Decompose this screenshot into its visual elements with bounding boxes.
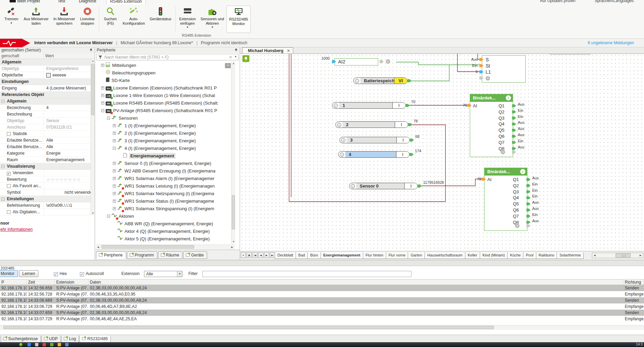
add-connector-icon[interactable]: + xyxy=(486,76,490,81)
tree-filter-input[interactable]: Nach Namen filtern mit (STRG + F) ⊗ ▼ xyxy=(96,54,239,60)
expander-icon[interactable]: − xyxy=(1,165,4,168)
page-tab-b-ro[interactable]: Büro xyxy=(307,252,321,259)
filter-clear-icon[interactable]: ⊗ xyxy=(229,55,232,59)
checkbox[interactable]: ✓ xyxy=(54,272,58,276)
expander-icon[interactable]: − xyxy=(1,198,4,201)
info-icon[interactable]: i xyxy=(338,152,345,157)
tree-item[interactable]: +1 (I) (Energiemanagement, Energie) xyxy=(95,122,235,129)
monitor-row[interactable]: 92.168.178.10...14:32:56.658S:PV-Anlage … xyxy=(0,285,644,291)
page-nav-button[interactable]: ▾ xyxy=(241,252,246,258)
property-value[interactable]: Sensor xyxy=(44,118,95,124)
checkbox[interactable]: ✓ xyxy=(7,172,11,176)
page-tab-k-che[interactable]: Küche xyxy=(507,252,523,259)
monitor-column-header[interactable]: Richtung xyxy=(623,279,644,285)
hex-checkbox[interactable]: ✓Hex xyxy=(54,271,67,276)
page-nav-button[interactable]: ▶| xyxy=(270,252,275,258)
status-io-block[interactable]: SStL1+ xyxy=(482,55,526,83)
property-row[interactable]: ObjekttypEingangsreferenz xyxy=(0,65,95,72)
info-icon[interactable]: i xyxy=(332,103,339,108)
tree-item[interactable]: +LOGMitteilungen xyxy=(95,61,235,69)
panel-splitter[interactable] xyxy=(0,260,644,266)
property-row[interactable]: KategorieEnergie xyxy=(0,150,95,157)
property-value[interactable]: 4 xyxy=(44,105,95,111)
expander-icon[interactable]: − xyxy=(113,147,116,150)
sensoren-und-button[interactable]: Sensoren und Aktoren▼ xyxy=(198,5,227,33)
add-connector-icon[interactable]: + xyxy=(501,150,505,154)
menu-tab-diagnose[interactable]: Diagnose xyxy=(75,0,100,4)
tree-horizontal-scrollbar[interactable]: ◀ ▶ xyxy=(96,244,235,249)
checkbox[interactable] xyxy=(7,210,11,214)
document-tab[interactable]: Michael Hunsberg✕ xyxy=(242,47,293,53)
combo-arrow-icon[interactable]: ▼ xyxy=(177,271,182,277)
property-row[interactable]: Eingang4 (Loxone Miniserver) xyxy=(0,85,95,92)
panel-tab-programm[interactable]: Programm xyxy=(127,251,157,259)
expander-icon[interactable]: + xyxy=(113,162,116,165)
extension-button[interactable]: Extension einfügen▼ xyxy=(177,5,198,33)
expander-icon[interactable]: − xyxy=(1,100,4,103)
monitor-row[interactable]: 92.168.178.10...14:32:56.728R:PV-Anlage … xyxy=(0,291,644,297)
monitor-column-header[interactable]: Zeit xyxy=(27,279,55,285)
property-value[interactable]: ☆☆☆☆☆☆☆☆ xyxy=(44,176,95,182)
page-nav-button[interactable]: ▣ xyxy=(247,252,252,258)
info-icon[interactable]: i xyxy=(349,183,356,189)
tree-item[interactable]: +3 (I) (Energiemanagement, Energie) xyxy=(95,137,235,144)
lernen-button[interactable]: Lernen xyxy=(19,270,38,277)
taskbar-app-icon[interactable] xyxy=(43,343,46,346)
expander-icon[interactable]: + xyxy=(113,192,116,195)
add-connector-icon[interactable]: + xyxy=(515,224,520,228)
tree-item[interactable]: Aktor 4 (Q) (Energiemanagement, Energie) xyxy=(95,227,235,235)
auto--button[interactable]: Auto- Konfiguration xyxy=(120,5,147,33)
page-tab-bad[interactable]: Bad xyxy=(296,252,308,259)
tree-item[interactable]: +WR1 Solarmax Leistung (I) (Energiemanag… xyxy=(95,182,235,190)
sensor-capsule[interactable]: iBatteriespeicher ...VI xyxy=(353,77,407,84)
property-row[interactable]: Bewertung☆☆☆☆☆☆☆☆ xyxy=(0,176,95,183)
panel-tab-ger-te[interactable]: Geräte xyxy=(183,251,207,259)
properties-scrollbar[interactable]: ▲ ▼ xyxy=(91,59,95,215)
monitor-column-header[interactable]: Daten xyxy=(88,279,623,285)
rs232-485-button[interactable]: RS232/485 Monitor xyxy=(226,5,251,33)
pin-icon[interactable] xyxy=(235,48,238,53)
monitor-column-header[interactable]: Extension xyxy=(55,279,88,285)
taskbar-app-icon[interactable] xyxy=(27,343,31,346)
expander-icon[interactable]: + xyxy=(101,101,104,105)
tree-item[interactable]: −4 (I) (Energiemanagement, Energie) xyxy=(95,144,235,152)
page-tab-pool[interactable]: Pool xyxy=(523,252,536,259)
info-icon[interactable]: i xyxy=(354,78,360,84)
property-value[interactable]: Alle xyxy=(44,137,95,143)
bottom-tab-rs232-485[interactable]: RS232/485 xyxy=(80,336,111,343)
tree-vertical-scrollbar[interactable]: ▲ ▼ xyxy=(231,61,235,244)
close-tab-icon[interactable]: ✕ xyxy=(287,48,290,53)
check-updates-link[interactable]: Auf Updates prüfen xyxy=(540,0,575,3)
monitor-row[interactable]: 92.168.178.10...14:33:06.729R:PV-Anlage … xyxy=(0,303,644,310)
menu-tab-test[interactable]: Test xyxy=(54,0,69,4)
property-row[interactable]: Beschreibung xyxy=(0,111,95,118)
property-row[interactable]: ✓Verwenden xyxy=(0,170,95,176)
binary-decoder-block[interactable]: Binärdek...iAIQ1Q2Q3Q4Q5Q6Q7Q8+ xyxy=(470,94,513,157)
checkbox[interactable] xyxy=(7,184,11,188)
property-row[interactable]: Als Favorit an... xyxy=(0,183,95,189)
extension-combobox[interactable]: Alle▼ xyxy=(144,271,182,277)
sensor-capsule[interactable]: i1I xyxy=(332,102,406,109)
collapse-all-button[interactable]: − xyxy=(225,63,231,68)
expander-icon[interactable]: + xyxy=(113,124,116,127)
property-row[interactable]: Symbolnicht verwenden xyxy=(0,189,95,196)
wire[interactable] xyxy=(409,65,449,81)
tree-item[interactable]: SD-Karte xyxy=(95,76,235,84)
color-swatch[interactable] xyxy=(46,73,51,77)
property-value[interactable]: nicht verwenden xyxy=(44,189,95,195)
page-tab-flur-vorne[interactable]: Flur vorne xyxy=(386,252,408,259)
property-row[interactable]: Objektfarbeeeeeee xyxy=(0,72,95,79)
property-value[interactable] xyxy=(44,111,95,117)
bottom-tab-udp[interactable]: UDP xyxy=(41,336,61,343)
tree-item[interactable]: +ExtLoxone Extension (Extension) (Schalt… xyxy=(95,84,235,92)
property-value[interactable]: Energiemanagement xyxy=(44,157,95,163)
page-nav-button[interactable]: ▶ xyxy=(264,252,269,258)
expander-icon[interactable]: + xyxy=(113,177,116,180)
monitor-column-header[interactable]: P xyxy=(0,279,27,285)
suchen-button[interactable]: Suchen (F5) xyxy=(100,5,120,33)
ger-testatus-button[interactable]: Gerätestatus xyxy=(147,5,174,33)
tree-item[interactable]: +1-WLoxone 1-Wire Extension (1-Wire Exte… xyxy=(95,92,235,99)
info-icon[interactable]: i xyxy=(336,122,343,128)
tree-item[interactable]: +WR1 Solarmax Netzspannung (I) (Energiem… xyxy=(95,190,235,197)
expander-icon[interactable]: + xyxy=(113,132,116,135)
